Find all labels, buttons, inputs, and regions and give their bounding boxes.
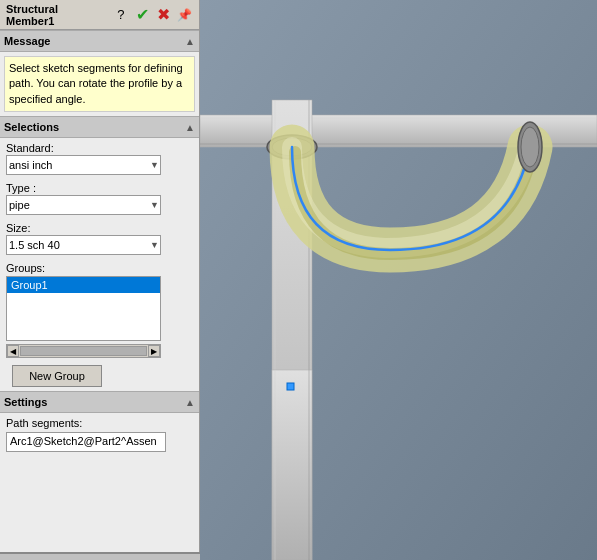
groups-horizontal-scrollbar[interactable]: ◀ ▶ xyxy=(6,344,161,358)
path-segments-label: Path segments: xyxy=(6,417,193,429)
type-label: Type : xyxy=(6,182,193,194)
settings-content: Path segments: Arc1@Sketch2@Part2^Assen xyxy=(0,413,199,560)
pin-button[interactable]: 📌 xyxy=(176,6,193,24)
settings-chevron-icon[interactable]: ▲ xyxy=(185,397,195,408)
size-label: Size: xyxy=(6,222,193,234)
message-header-label: Message xyxy=(4,35,50,47)
type-select[interactable]: pipe tube beam xyxy=(6,195,161,215)
panel-resize-handle[interactable] xyxy=(0,552,200,560)
selections-chevron-icon[interactable]: ▲ xyxy=(185,122,195,133)
3d-viewport xyxy=(200,0,597,560)
settings-section-header: Settings ▲ xyxy=(0,391,199,413)
size-field: Size: 1.5 sch 40 1 sch 40 2 sch 40 ▼ xyxy=(6,222,193,259)
type-dropdown-wrap: pipe tube beam ▼ xyxy=(6,195,161,215)
new-group-button[interactable]: New Group xyxy=(12,365,102,387)
standard-dropdown-wrap: ansi inch ansi metric iso ▼ xyxy=(6,155,161,175)
selections-header-label: Selections xyxy=(4,121,59,133)
size-select[interactable]: 1.5 sch 40 1 sch 40 2 sch 40 xyxy=(6,235,161,255)
hscroll-left-button[interactable]: ◀ xyxy=(7,345,19,357)
standard-field: Standard: ansi inch ansi metric iso ▼ xyxy=(6,142,193,179)
standard-label: Standard: xyxy=(6,142,193,154)
svg-rect-16 xyxy=(287,383,294,390)
confirm-button[interactable]: ✔ xyxy=(134,6,151,24)
groups-field: Groups: Group1 xyxy=(6,262,193,341)
selections-content: Standard: ansi inch ansi metric iso ▼ Ty… xyxy=(0,138,199,391)
left-panel: Structural Member1 ? ✔ ✖ 📌 Message ▲ Sel… xyxy=(0,0,200,560)
svg-point-10 xyxy=(521,127,539,167)
message-box: Select sketch segments for defining path… xyxy=(4,56,195,112)
standard-select[interactable]: ansi inch ansi metric iso xyxy=(6,155,161,175)
hscroll-thumb[interactable] xyxy=(20,346,147,356)
settings-header-label: Settings xyxy=(4,396,47,408)
path-segments-value: Arc1@Sketch2@Part2^Assen xyxy=(6,432,166,452)
canvas-area xyxy=(200,0,597,560)
groups-list: Group1 xyxy=(6,276,161,341)
help-button[interactable]: ? xyxy=(112,6,129,24)
message-chevron-icon[interactable]: ▲ xyxy=(185,36,195,47)
toolbar: Structural Member1 ? ✔ ✖ 📌 xyxy=(0,0,199,30)
groups-label: Groups: xyxy=(6,262,193,274)
size-dropdown-wrap: 1.5 sch 40 1 sch 40 2 sch 40 ▼ xyxy=(6,235,161,255)
message-text: Select sketch segments for defining path… xyxy=(9,62,183,105)
svg-rect-13 xyxy=(272,370,312,560)
svg-rect-0 xyxy=(200,0,597,560)
cancel-button[interactable]: ✖ xyxy=(155,6,172,24)
groups-list-item[interactable]: Group1 xyxy=(7,277,160,293)
toolbar-title: Structural Member1 xyxy=(6,3,104,27)
type-field: Type : pipe tube beam ▼ xyxy=(6,182,193,219)
message-section-header: Message ▲ xyxy=(0,30,199,52)
selections-section-header: Selections ▲ xyxy=(0,116,199,138)
hscroll-right-button[interactable]: ▶ xyxy=(148,345,160,357)
